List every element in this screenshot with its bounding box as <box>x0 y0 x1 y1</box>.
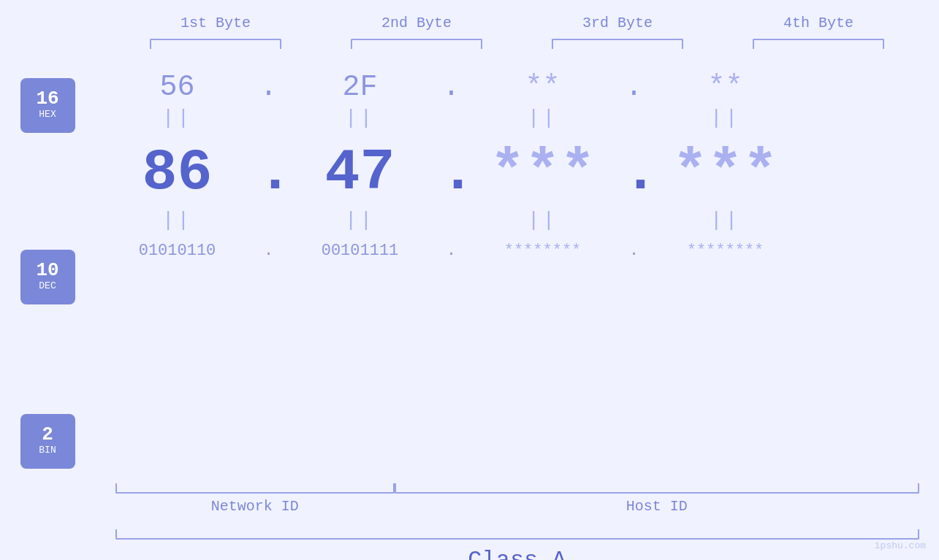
byte1-header: 1st Byte <box>135 15 296 31</box>
eq1-b4: || <box>645 107 806 129</box>
hex-badge-num: 16 <box>36 89 58 108</box>
eq2-b4: || <box>645 209 806 231</box>
eq1-b2: || <box>280 107 441 129</box>
bin-b2: 00101111 <box>280 242 441 260</box>
bracket-network <box>115 483 395 494</box>
dec-dot2: . <box>441 144 463 202</box>
eq1-b3: || <box>463 107 623 129</box>
bin-badge-num: 2 <box>42 425 53 444</box>
equals-row-1: || || || || <box>97 107 919 129</box>
bracket-host <box>395 483 919 494</box>
bracket-byte3 <box>552 39 683 49</box>
rows-area: 56 . 2F . ** . ** || || || || 86 <box>97 64 919 260</box>
main-container: 1st Byte 2nd Byte 3rd Byte 4th Byte 16 H… <box>0 0 939 560</box>
byte2-header: 2nd Byte <box>336 15 497 31</box>
bin-b4: ******** <box>645 242 806 260</box>
class-bracket-line <box>115 529 919 540</box>
dec-badge-label: DEC <box>39 280 56 293</box>
bin-b3: ******** <box>463 242 623 260</box>
dec-b1: 86 <box>97 139 258 206</box>
dec-dot3: . <box>623 144 645 202</box>
dec-row: 86 . 47 . *** . *** <box>97 139 919 206</box>
bin-dot2: . <box>441 242 463 260</box>
byte4-header: 4th Byte <box>738 15 899 31</box>
dec-badge-num: 10 <box>36 261 58 280</box>
hex-badge: 16 HEX <box>20 78 75 133</box>
hex-row: 56 . 2F . ** . ** <box>97 71 919 104</box>
bin-b1: 01010110 <box>97 242 258 260</box>
dec-b2: 47 <box>280 139 441 206</box>
bottom-area: Network ID Host ID <box>115 483 919 515</box>
eq2-b2: || <box>280 209 441 231</box>
byte-headers: 1st Byte 2nd Byte 3rd Byte 4th Byte <box>115 15 919 31</box>
main-grid: 16 HEX 10 DEC 2 BIN 56 . 2F . ** . ** <box>20 64 919 469</box>
bin-dot1: . <box>258 242 280 260</box>
dec-dot1: . <box>258 144 280 202</box>
eq2-b3: || <box>463 209 623 231</box>
bracket-byte2 <box>351 39 482 49</box>
hex-badge-label: HEX <box>39 108 56 121</box>
hex-b3: ** <box>463 71 623 104</box>
bin-badge: 2 BIN <box>20 414 75 469</box>
hex-b4: ** <box>645 71 806 104</box>
bracket-byte1 <box>150 39 281 49</box>
bin-row: 01010110 . 00101111 . ******** . *******… <box>97 242 919 260</box>
bracket-byte4 <box>753 39 884 49</box>
host-id-label: Host ID <box>395 498 919 515</box>
dec-b3: *** <box>463 139 623 206</box>
class-label: Class A <box>115 547 919 560</box>
base-badges: 16 HEX 10 DEC 2 BIN <box>20 64 75 469</box>
network-id-label: Network ID <box>115 498 395 515</box>
dec-badge: 10 DEC <box>20 250 75 304</box>
equals-row-2: || || || || <box>97 209 919 231</box>
bin-dot3: . <box>623 242 645 260</box>
hex-b2: 2F <box>280 71 441 104</box>
watermark: ipshu.com <box>875 540 926 551</box>
top-brackets <box>115 39 919 49</box>
bottom-labels: Network ID Host ID <box>115 498 919 515</box>
byte3-header: 3rd Byte <box>537 15 698 31</box>
eq2-b1: || <box>97 209 258 231</box>
hex-b1: 56 <box>97 71 258 104</box>
bottom-brackets <box>115 483 919 494</box>
hex-dot1: . <box>258 71 280 104</box>
dec-b4: *** <box>645 139 806 206</box>
bin-badge-label: BIN <box>39 444 56 457</box>
class-bracket-row: Class A <box>115 529 919 560</box>
hex-dot3: . <box>623 71 645 104</box>
hex-dot2: . <box>441 71 463 104</box>
eq1-b1: || <box>97 107 258 129</box>
